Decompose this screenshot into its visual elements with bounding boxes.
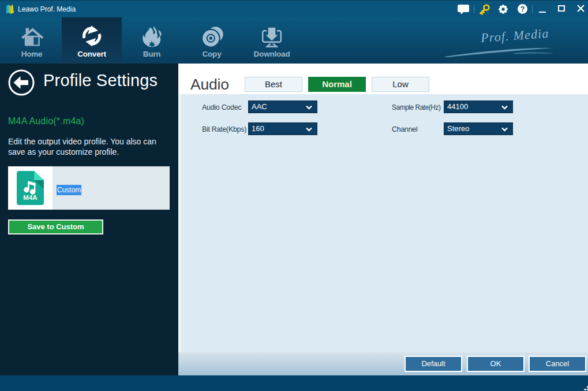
svg-text:?: ? — [520, 5, 525, 13]
svg-text:M4A: M4A — [23, 194, 37, 201]
